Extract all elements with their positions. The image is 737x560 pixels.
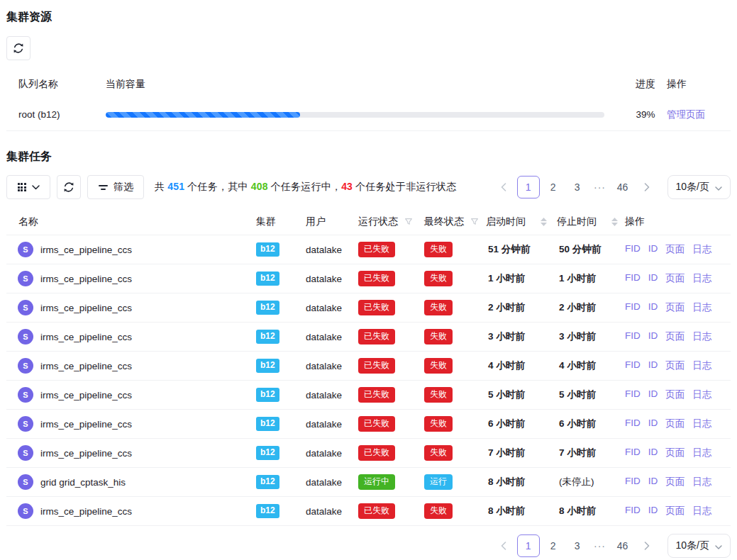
filter-funnel-icon[interactable] [404, 218, 413, 226]
action-fid-link[interactable]: FID [625, 330, 641, 343]
chevron-down-icon [715, 181, 722, 193]
pagination-page-3[interactable]: 3 [567, 177, 588, 198]
page-size-select[interactable]: 10条/页 [667, 534, 731, 558]
pagination-page-2[interactable]: 2 [543, 535, 564, 556]
stop-time: 1 小时前 [557, 272, 625, 285]
action-log-link[interactable]: 日志 [692, 330, 711, 343]
action-fid-link[interactable]: FID [625, 272, 641, 285]
filter-button[interactable]: 筛选 [87, 175, 144, 199]
stop-time: 7 小时前 [557, 447, 625, 459]
action-fid-link[interactable]: FID [625, 388, 641, 401]
action-page-link[interactable]: 页面 [665, 301, 685, 314]
table-row: S irms_ce_pipeline_ccs b12 datalake 已失败 … [6, 381, 731, 410]
action-fid-link[interactable]: FID [625, 447, 641, 459]
action-id-link[interactable]: ID [648, 330, 658, 343]
capacity-cell [106, 112, 624, 118]
task-user: datalake [306, 448, 358, 459]
action-page-link[interactable]: 页面 [665, 388, 685, 401]
action-fid-link[interactable]: FID [625, 505, 641, 517]
table-row: S irms_ce_pipeline_ccs b12 datalake 已失败 … [6, 497, 731, 526]
action-log-link[interactable]: 日志 [692, 359, 711, 372]
action-id-link[interactable]: ID [648, 418, 658, 430]
column-run-status[interactable]: 运行状态 [358, 215, 424, 228]
final-status-badge: 失败 [424, 503, 453, 518]
task-user: datalake [306, 303, 358, 313]
chevron-down-icon [32, 185, 40, 190]
action-fid-link[interactable]: FID [625, 418, 641, 430]
queue-name: root (b12) [6, 109, 106, 120]
action-id-link[interactable]: ID [648, 447, 658, 459]
action-page-link[interactable]: 页面 [665, 243, 685, 256]
task-user: datalake [306, 477, 358, 488]
action-page-link[interactable]: 页面 [665, 330, 685, 343]
action-id-link[interactable]: ID [648, 505, 658, 517]
action-id-link[interactable]: ID [648, 243, 658, 256]
action-id-link[interactable]: ID [648, 388, 658, 401]
pagination-page-3[interactable]: 3 [567, 535, 588, 556]
sort-icon[interactable] [611, 218, 618, 226]
column-start-time[interactable]: 启动时间 [486, 215, 557, 228]
column-settings-button[interactable] [6, 175, 50, 199]
action-id-link[interactable]: ID [648, 359, 658, 372]
action-log-link[interactable]: 日志 [692, 272, 711, 285]
action-fid-link[interactable]: FID [625, 359, 641, 372]
start-time: 1 小时前 [486, 272, 557, 285]
page-size-label: 10条/页 [676, 181, 709, 194]
action-page-link[interactable]: 页面 [665, 272, 685, 285]
action-page-link[interactable]: 页面 [665, 476, 685, 488]
column-queue-name: 队列名称 [6, 78, 106, 91]
column-final-status[interactable]: 最终状态 [424, 215, 486, 228]
run-status-badge: 已失败 [358, 300, 395, 315]
action-log-link[interactable]: 日志 [692, 301, 711, 314]
run-status-badge: 运行中 [358, 474, 395, 489]
action-log-link[interactable]: 日志 [692, 476, 711, 488]
pagination-page-1[interactable]: 1 [517, 176, 540, 198]
pagination-prev-button[interactable] [493, 177, 514, 198]
avatar: S [18, 387, 33, 403]
action-fid-link[interactable]: FID [625, 476, 641, 488]
progress-percent: 39% [624, 109, 667, 120]
column-cluster: 集群 [256, 215, 306, 228]
avatar: S [18, 503, 33, 519]
page-size-select[interactable]: 10条/页 [667, 175, 731, 199]
action-id-link[interactable]: ID [648, 476, 658, 488]
run-status-badge: 已失败 [358, 358, 395, 373]
action-log-link[interactable]: 日志 [692, 505, 711, 517]
action-page-link[interactable]: 页面 [665, 359, 685, 372]
stop-time: (未停止) [557, 476, 625, 488]
cluster-badge: b12 [256, 271, 279, 285]
filter-icon [98, 185, 108, 190]
action-log-link[interactable]: 日志 [692, 243, 711, 256]
action-fid-link[interactable]: FID [625, 243, 641, 256]
task-user: datalake [306, 390, 358, 401]
action-page-link[interactable]: 页面 [665, 447, 685, 459]
pagination-page-1[interactable]: 1 [517, 534, 540, 557]
action-id-link[interactable]: ID [648, 301, 658, 314]
cluster-badge: b12 [256, 242, 279, 256]
action-log-link[interactable]: 日志 [692, 447, 711, 459]
pagination-next-button[interactable] [636, 535, 658, 556]
task-name: irms_ce_pipeline_ccs [40, 361, 132, 371]
resources-refresh-button[interactable] [6, 36, 31, 60]
pagination-page-2[interactable]: 2 [543, 177, 564, 198]
action-log-link[interactable]: 日志 [692, 418, 711, 430]
pagination-page-46[interactable]: 46 [612, 535, 633, 556]
column-capacity: 当前容量 [106, 78, 624, 91]
action-log-link[interactable]: 日志 [692, 388, 711, 401]
pagination-prev-button[interactable] [493, 535, 514, 556]
tasks-refresh-button[interactable] [57, 175, 81, 199]
column-stop-time[interactable]: 停止时间 [557, 215, 625, 228]
manage-page-link[interactable]: 管理页面 [667, 109, 705, 120]
action-page-link[interactable]: 页面 [665, 418, 685, 430]
pagination-page-46[interactable]: 46 [612, 177, 633, 198]
action-id-link[interactable]: ID [648, 272, 658, 285]
pagination-next-button[interactable] [636, 177, 658, 198]
filter-funnel-icon[interactable] [470, 218, 479, 226]
summary-count-green: 408 [251, 181, 268, 192]
action-page-link[interactable]: 页面 [665, 505, 685, 517]
stop-time: 5 小时前 [557, 388, 625, 401]
sort-icon[interactable] [541, 218, 547, 226]
pagination: 123···46 10条/页 [493, 175, 731, 199]
action-fid-link[interactable]: FID [625, 301, 641, 314]
row-actions: FIDID页面日志 [625, 272, 731, 285]
